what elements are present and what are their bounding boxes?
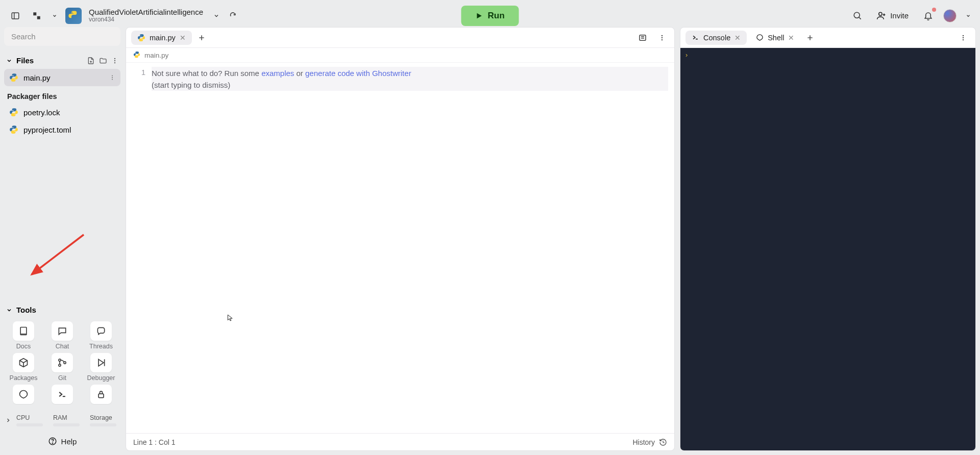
file-item-pyproject[interactable]: pyproject.toml <box>4 121 120 138</box>
python-file-icon <box>9 125 18 134</box>
console-tab[interactable]: Console ✕ <box>685 31 747 45</box>
history-button[interactable]: History <box>632 438 667 446</box>
tool-terminal[interactable] <box>44 385 81 406</box>
new-right-tab-button[interactable] <box>803 31 817 44</box>
panel-icon[interactable] <box>635 31 650 45</box>
storage-bar <box>90 423 116 426</box>
shell-tab[interactable]: Shell ✕ <box>750 31 800 45</box>
sidebar-toggle-icon[interactable] <box>8 9 22 23</box>
svg-point-37 <box>662 37 663 38</box>
svg-rect-2 <box>33 12 36 15</box>
tool-threads[interactable]: Threads <box>83 321 119 350</box>
tool-docs[interactable]: Docs <box>5 321 42 350</box>
svg-line-7 <box>859 17 861 19</box>
invite-label: Invite <box>890 11 909 20</box>
tool-chat[interactable]: Chat <box>44 321 81 350</box>
file-item-poetry-lock[interactable]: poetry.lock <box>4 104 120 121</box>
file-name: main.py <box>23 73 51 82</box>
files-section-header[interactable]: Files <box>4 52 120 69</box>
notifications-icon[interactable] <box>921 9 935 23</box>
invite-button[interactable]: Invite <box>872 8 913 23</box>
close-icon[interactable]: ✕ <box>734 34 741 42</box>
svg-rect-3 <box>37 16 40 19</box>
file-more-icon[interactable] <box>111 57 118 65</box>
svg-point-24 <box>64 362 66 364</box>
svg-point-13 <box>114 58 115 59</box>
layout-chevron-icon[interactable] <box>51 9 58 23</box>
code-editor[interactable]: 1 Not sure what to do? Run some examples… <box>126 63 674 433</box>
file-item-main[interactable]: main.py <box>4 69 120 86</box>
search-input[interactable]: Search <box>4 27 120 46</box>
cpu-bar <box>16 423 43 426</box>
project-title-block[interactable]: QualifiedVioletArtificialintelligence vo… <box>89 8 203 23</box>
cursor-position[interactable]: Line 1 : Col 1 <box>133 438 176 446</box>
shell-icon <box>756 34 764 41</box>
new-folder-icon[interactable] <box>99 57 107 65</box>
svg-point-15 <box>114 62 115 63</box>
run-button-label: Run <box>487 11 504 21</box>
ram-meter[interactable]: RAM <box>53 414 80 426</box>
editor-tab-main[interactable]: main.py ✕ <box>131 31 192 45</box>
breadcrumb[interactable]: main.py <box>126 48 674 63</box>
ram-bar <box>53 423 80 426</box>
chat-icon <box>52 321 73 341</box>
examples-link[interactable]: examples <box>261 69 294 78</box>
svg-rect-28 <box>99 394 104 398</box>
line-number: 1 <box>126 67 145 79</box>
close-icon[interactable]: ✕ <box>788 34 794 42</box>
svg-point-44 <box>963 39 964 40</box>
docs-icon <box>13 321 34 341</box>
console-output[interactable]: › <box>680 48 975 450</box>
tool-git[interactable]: Git <box>44 353 81 382</box>
right-more-icon[interactable] <box>956 31 970 45</box>
storage-meter[interactable]: Storage <box>90 414 116 426</box>
editor-more-icon[interactable] <box>655 31 669 45</box>
new-tab-button[interactable] <box>195 31 208 44</box>
search-placeholder: Search <box>11 32 36 41</box>
mouse-cursor-icon <box>227 313 234 322</box>
file-more-icon[interactable] <box>109 74 115 81</box>
help-button[interactable]: Help <box>4 432 120 451</box>
cpu-meter[interactable]: CPU <box>16 414 43 426</box>
tools-grid: Docs Chat Threads Packages Git Debugger <box>4 318 120 411</box>
project-dropdown-icon[interactable] <box>212 9 220 23</box>
meters-expand-icon[interactable] <box>5 417 11 423</box>
notification-dot <box>932 8 936 12</box>
sidebar: Search Files main.py Packager files <box>4 27 120 451</box>
resource-meters: CPU RAM Storage <box>4 411 120 426</box>
ghostwriter-link[interactable]: generate code with Ghostwriter <box>305 69 411 78</box>
terminal-icon <box>52 385 73 404</box>
status-bar: Line 1 : Col 1 History <box>126 433 674 450</box>
avatar-chevron-icon[interactable] <box>965 9 972 23</box>
new-file-icon[interactable] <box>87 57 95 65</box>
python-file-icon <box>137 34 145 42</box>
svg-point-17 <box>112 77 113 78</box>
tools-section-header[interactable]: Tools <box>4 301 120 318</box>
layout-icon[interactable] <box>30 9 44 23</box>
tool-secrets[interactable] <box>83 385 119 406</box>
svg-point-6 <box>854 12 860 18</box>
shell-tool-icon <box>13 385 34 404</box>
svg-point-42 <box>963 35 964 36</box>
chevron-down-icon <box>6 58 13 64</box>
svg-point-23 <box>59 364 61 366</box>
history-icon <box>659 438 667 446</box>
tool-debugger[interactable]: Debugger <box>83 353 119 382</box>
files-label: Files <box>16 56 84 65</box>
tab-label: main.py <box>150 34 176 42</box>
close-icon[interactable]: ✕ <box>180 34 186 42</box>
python-logo-icon <box>65 8 82 24</box>
code-body: Not sure what to do? Run some examples o… <box>152 63 674 433</box>
tool-shell[interactable] <box>5 385 42 406</box>
svg-marker-25 <box>99 359 104 366</box>
svg-point-38 <box>662 39 663 40</box>
search-icon[interactable] <box>850 9 864 23</box>
svg-point-16 <box>112 75 113 77</box>
cloud-sync-icon[interactable] <box>226 9 240 23</box>
top-bar: QualifiedVioletArtificialintelligence vo… <box>0 0 980 27</box>
avatar[interactable] <box>943 9 957 22</box>
run-button[interactable]: Run <box>461 6 519 26</box>
svg-point-43 <box>963 37 964 38</box>
tool-packages[interactable]: Packages <box>5 353 42 382</box>
svg-point-14 <box>114 60 115 61</box>
